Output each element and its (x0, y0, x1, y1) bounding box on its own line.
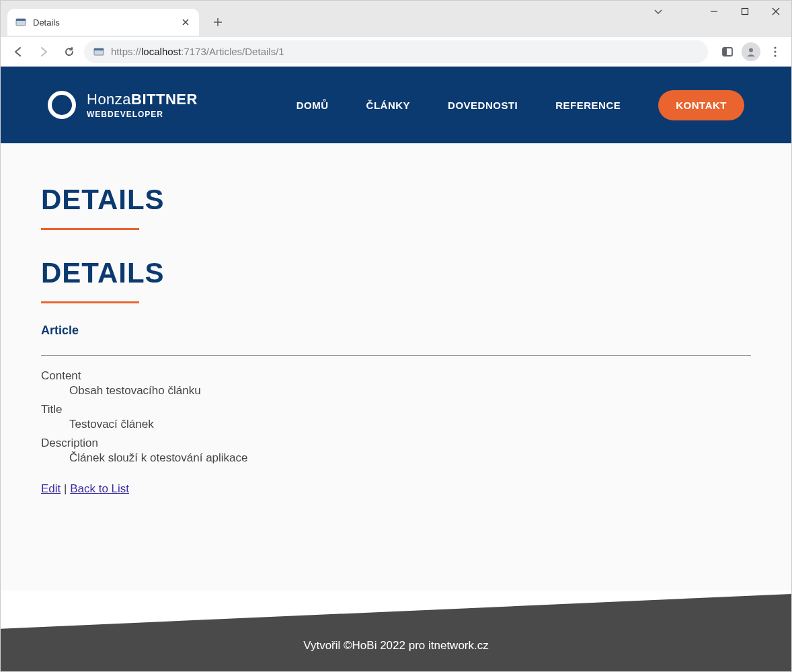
svg-point-10 (774, 54, 776, 57)
nav-contact-button[interactable]: KONTAKT (658, 90, 744, 120)
browser-tab[interactable]: Details (7, 9, 199, 36)
tab-close-icon[interactable] (180, 17, 191, 28)
browser-toolbar: https://localhost:7173/Articles/Details/… (1, 37, 791, 67)
field-value-description: Článek slouží k otestování aplikace (69, 451, 751, 465)
page-content: DETAILS DETAILS Article Content Obsah te… (1, 143, 791, 591)
field-label-description: Description (41, 437, 751, 450)
field-value-content: Obsah testovacího článku (69, 384, 751, 398)
action-links: Edit | Back to List (41, 482, 751, 496)
separator (41, 355, 751, 356)
window-close-button[interactable] (760, 1, 791, 22)
svg-point-7 (749, 48, 753, 52)
back-button[interactable] (7, 41, 29, 63)
tab-title: Details (33, 17, 180, 28)
reload-button[interactable] (58, 41, 80, 63)
main-nav: DOMŮ ČLÁNKY DOVEDNOSTI REFERENCE KONTAKT (296, 90, 744, 120)
edit-link[interactable]: Edit (41, 482, 61, 495)
site-logo[interactable]: HonzaBITTNER WEBDEVELOPER (48, 91, 198, 119)
svg-rect-2 (742, 9, 748, 15)
svg-rect-1 (16, 19, 26, 21)
nav-reference[interactable]: REFERENCE (555, 100, 621, 111)
nav-home[interactable]: DOMŮ (296, 100, 329, 111)
nav-skills[interactable]: DOVEDNOSTI (448, 100, 518, 111)
link-separator: | (61, 482, 70, 495)
site-footer: Vytvořil ©HoBi 2022 pro itnetwork.cz (1, 594, 791, 671)
window-titlebar: Details (1, 1, 791, 37)
page-title: DETAILS (41, 184, 751, 216)
site-header: HonzaBITTNER WEBDEVELOPER DOMŮ ČLÁNKY DO… (1, 67, 791, 143)
address-text: https://localhost:7173/Articles/Details/… (111, 46, 284, 57)
field-value-title: Testovací článek (69, 418, 751, 431)
address-bar[interactable]: https://localhost:7173/Articles/Details/… (84, 40, 708, 63)
side-panel-icon[interactable] (719, 43, 736, 61)
subheading: Article (41, 324, 751, 338)
logo-circle-icon (48, 91, 76, 119)
title-underline (41, 228, 139, 230)
footer-text: Vytvořil ©HoBi 2022 pro itnetwork.cz (303, 639, 489, 652)
logo-text: HonzaBITTNER WEBDEVELOPER (87, 91, 198, 119)
detail-list: Content Obsah testovacího článku Title T… (41, 369, 751, 465)
new-tab-button[interactable] (208, 13, 227, 32)
back-to-list-link[interactable]: Back to List (70, 482, 129, 495)
forward-button[interactable] (33, 41, 54, 63)
section-underline (41, 301, 139, 303)
window-minimize-button[interactable] (699, 1, 729, 22)
browser-menu-icon[interactable] (766, 42, 785, 61)
nav-articles[interactable]: ČLÁNKY (366, 100, 411, 111)
field-label-content: Content (41, 369, 751, 383)
window-maximize-button[interactable] (729, 1, 760, 22)
section-title: DETAILS (41, 257, 751, 289)
field-label-title: Title (41, 403, 751, 416)
site-icon (93, 46, 104, 57)
svg-point-9 (774, 50, 776, 52)
profile-avatar[interactable] (742, 42, 760, 61)
svg-point-8 (774, 46, 776, 48)
tab-search-chevron-icon[interactable] (653, 6, 664, 20)
tab-favicon (15, 17, 26, 28)
svg-rect-4 (94, 48, 104, 50)
svg-rect-6 (723, 48, 727, 56)
